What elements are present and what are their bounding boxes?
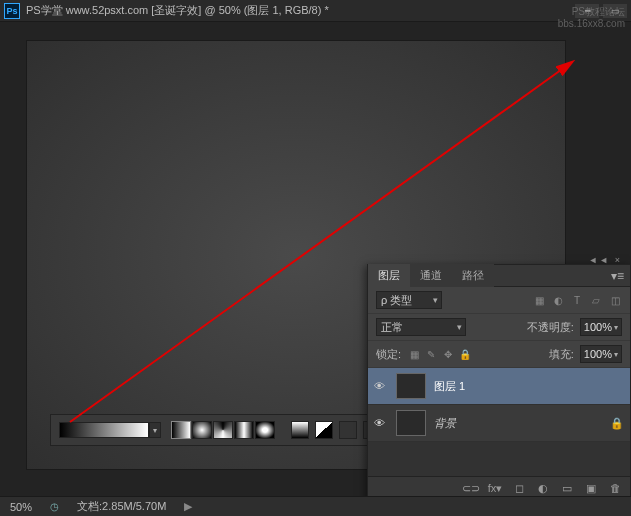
- tab-paths[interactable]: 路径: [452, 264, 494, 287]
- gradient-type-reflected[interactable]: [234, 421, 254, 439]
- filter-type-select[interactable]: ρ 类型: [376, 291, 442, 309]
- filter-row: ρ 类型 ▦ ◐ T ▱ ◫: [368, 287, 630, 314]
- zoom-level[interactable]: 50%: [10, 501, 32, 513]
- blend-mode-value: 正常: [381, 320, 403, 335]
- opacity-label: 不透明度:: [527, 320, 574, 335]
- visibility-icon[interactable]: 👁: [374, 380, 388, 392]
- lock-label: 锁定:: [376, 347, 401, 362]
- ps-icon: Ps: [4, 3, 20, 19]
- fx-icon[interactable]: fx▾: [488, 481, 502, 495]
- option-icon-2[interactable]: [315, 421, 333, 439]
- doc-value: 2.85M/5.70M: [102, 500, 166, 512]
- filter-label: ρ 类型: [381, 293, 412, 308]
- fill-input[interactable]: 100%▾: [580, 345, 622, 363]
- fill-label: 填充:: [549, 347, 574, 362]
- window-title: PS学堂 www.52psxt.com [圣诞字效] @ 50% (图层 1, …: [26, 3, 569, 18]
- doc-info[interactable]: 文档:2.85M/5.70M: [77, 499, 166, 514]
- statusbar: 50% ◷ 文档:2.85M/5.70M ▶: [0, 496, 631, 516]
- statusbar-arrow-icon[interactable]: ▶: [184, 500, 192, 513]
- tab-layers[interactable]: 图层: [368, 264, 410, 287]
- trash-icon[interactable]: 🗑: [608, 481, 622, 495]
- lock-paint-icon[interactable]: ✎: [424, 347, 438, 361]
- doc-label: 文档:: [77, 500, 102, 512]
- gradient-types: [171, 421, 275, 439]
- filter-icons: ▦ ◐ T ▱ ◫: [532, 293, 622, 307]
- filter-pixel-icon[interactable]: ▦: [532, 293, 546, 307]
- group-icon[interactable]: ▭: [560, 481, 574, 495]
- layers-panel: ◄◄ × 图层 通道 路径 ▾≡ ρ 类型 ▦ ◐ T ▱ ◫ 正常 不透明度:: [367, 264, 631, 496]
- layer-thumbnail[interactable]: [396, 373, 426, 399]
- layer-list: 👁 图层 1 👁 背景 🔒: [368, 368, 630, 476]
- layer-name[interactable]: 背景: [434, 416, 456, 431]
- option-icon-3[interactable]: [339, 421, 357, 439]
- fill-value: 100%: [584, 348, 612, 360]
- lock-all-icon[interactable]: 🔒: [458, 347, 472, 361]
- panel-collapse-icon[interactable]: ◄◄ ×: [588, 255, 622, 265]
- layer-name[interactable]: 图层 1: [434, 379, 465, 394]
- layer-thumbnail[interactable]: [396, 410, 426, 436]
- blend-mode-select[interactable]: 正常: [376, 318, 466, 336]
- filter-smart-icon[interactable]: ◫: [608, 293, 622, 307]
- lock-position-icon[interactable]: ✥: [441, 347, 455, 361]
- watermark: PS教程论坛 bbs.16xx8.com: [558, 6, 625, 30]
- gradient-type-linear[interactable]: [171, 421, 191, 439]
- watermark-line1: PS教程论坛: [558, 6, 625, 18]
- gradient-preview[interactable]: [59, 422, 149, 438]
- lock-transparent-icon[interactable]: ▦: [407, 347, 421, 361]
- opacity-value: 100%: [584, 321, 612, 333]
- mask-icon[interactable]: ◻: [512, 481, 526, 495]
- adjustment-icon[interactable]: ◐: [536, 481, 550, 495]
- filter-adjust-icon[interactable]: ◐: [551, 293, 565, 307]
- gradient-option-bar: ▾: [50, 414, 390, 446]
- gradient-type-angle[interactable]: [213, 421, 233, 439]
- gradient-type-radial[interactable]: [192, 421, 212, 439]
- panel-footer: ⊂⊃ fx▾ ◻ ◐ ▭ ▣ 🗑: [368, 476, 630, 496]
- lock-icons: ▦ ✎ ✥ 🔒: [407, 347, 472, 361]
- gradient-type-diamond[interactable]: [255, 421, 275, 439]
- panel-tabs: 图层 通道 路径 ▾≡: [368, 265, 630, 287]
- link-layers-icon[interactable]: ⊂⊃: [464, 481, 478, 495]
- visibility-icon[interactable]: 👁: [374, 417, 388, 429]
- filter-shape-icon[interactable]: ▱: [589, 293, 603, 307]
- layer-row[interactable]: 👁 背景 🔒: [368, 405, 630, 442]
- workspace: ▾ ◄◄ × 图层 通道 路径 ▾≡ ρ 类型: [0, 22, 631, 496]
- opacity-input[interactable]: 100%▾: [580, 318, 622, 336]
- tab-channels[interactable]: 通道: [410, 264, 452, 287]
- gradient-dropdown-icon[interactable]: ▾: [149, 422, 161, 438]
- layer-empty-area[interactable]: [368, 442, 630, 476]
- new-layer-icon[interactable]: ▣: [584, 481, 598, 495]
- lock-row: 锁定: ▦ ✎ ✥ 🔒 填充: 100%▾: [368, 341, 630, 368]
- panel-menu-icon[interactable]: ▾≡: [605, 269, 630, 283]
- blend-row: 正常 不透明度: 100%▾: [368, 314, 630, 341]
- lock-icon: 🔒: [610, 417, 624, 430]
- filter-text-icon[interactable]: T: [570, 293, 584, 307]
- layer-row[interactable]: 👁 图层 1: [368, 368, 630, 405]
- titlebar: Ps PS学堂 www.52psxt.com [圣诞字效] @ 50% (图层 …: [0, 0, 631, 22]
- watermark-line2: bbs.16xx8.com: [558, 18, 625, 30]
- option-icon-1[interactable]: [291, 421, 309, 439]
- statusbar-icon[interactable]: ◷: [50, 501, 59, 512]
